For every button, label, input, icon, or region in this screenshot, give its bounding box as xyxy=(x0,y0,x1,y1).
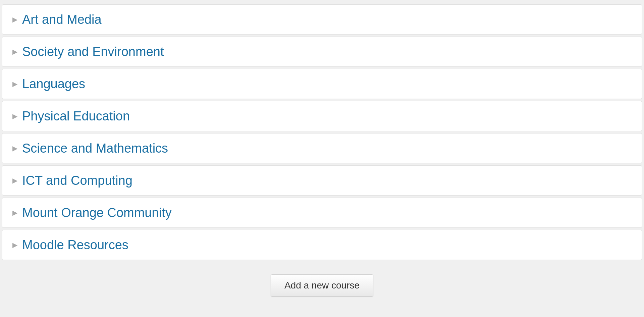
chevron-icon: ▶ xyxy=(12,145,17,152)
category-label: Moodle Resources xyxy=(22,238,128,252)
category-item-mount-orange-community[interactable]: ▶Mount Orange Community xyxy=(2,198,642,228)
category-item-languages[interactable]: ▶Languages xyxy=(2,69,642,99)
page-container: ▶Art and Media▶Society and Environment▶L… xyxy=(0,0,644,317)
category-label: Society and Environment xyxy=(22,45,164,59)
add-course-button[interactable]: Add a new course xyxy=(271,274,373,297)
chevron-icon: ▶ xyxy=(12,177,17,184)
chevron-icon: ▶ xyxy=(12,16,17,23)
add-course-container: Add a new course xyxy=(0,264,644,303)
category-list: ▶Art and Media▶Society and Environment▶L… xyxy=(0,3,644,261)
category-item-science-and-mathematics[interactable]: ▶Science and Mathematics xyxy=(2,133,642,163)
category-item-moodle-resources[interactable]: ▶Moodle Resources xyxy=(2,230,642,260)
chevron-icon: ▶ xyxy=(12,48,17,55)
category-label: Science and Mathematics xyxy=(22,141,168,156)
category-label: Physical Education xyxy=(22,109,130,123)
chevron-icon: ▶ xyxy=(12,81,17,87)
chevron-icon: ▶ xyxy=(12,242,17,248)
category-item-society-and-environment[interactable]: ▶Society and Environment xyxy=(2,37,642,67)
category-item-art-and-media[interactable]: ▶Art and Media xyxy=(2,4,642,35)
category-label: Languages xyxy=(22,77,85,91)
chevron-icon: ▶ xyxy=(12,209,17,216)
category-label: ICT and Computing xyxy=(22,173,132,188)
category-item-physical-education[interactable]: ▶Physical Education xyxy=(2,101,642,131)
category-label: Mount Orange Community xyxy=(22,206,172,220)
category-item-ict-and-computing[interactable]: ▶ICT and Computing xyxy=(2,165,642,196)
chevron-icon: ▶ xyxy=(12,113,17,119)
category-label: Art and Media xyxy=(22,12,102,27)
